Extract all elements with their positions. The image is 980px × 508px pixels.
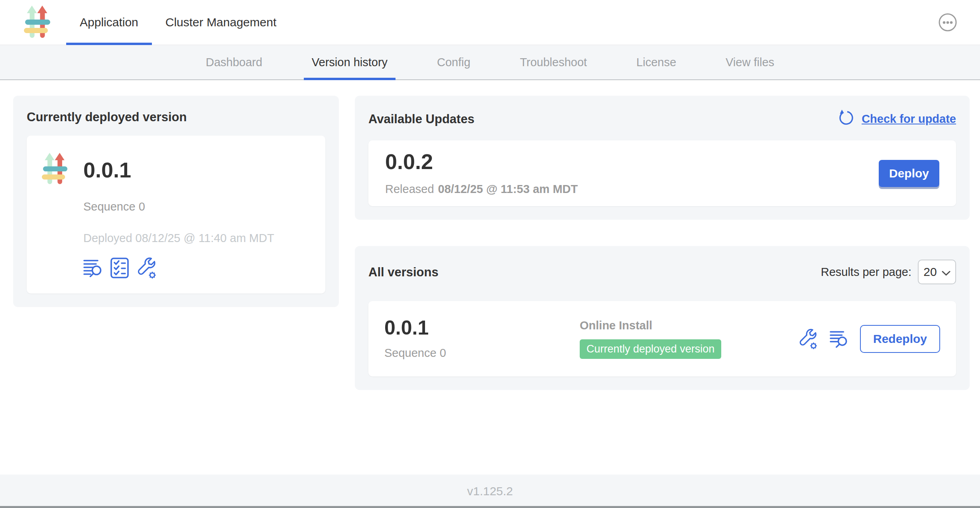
subnav-tab-view-files-label: View files xyxy=(726,56,774,69)
available-updates-panel: Available Updates Check for update 0.0.2 xyxy=(355,96,970,220)
deploy-button[interactable]: Deploy xyxy=(879,160,939,187)
results-per-page-label: Results per page: xyxy=(821,266,911,279)
app-logo-icon xyxy=(24,5,50,39)
subnav-tab-version-history[interactable]: Version history xyxy=(304,45,396,79)
view-diff-button[interactable] xyxy=(83,259,103,277)
tab-application-label: Application xyxy=(80,16,138,29)
edit-config-icon xyxy=(136,274,157,280)
view-diff-icon xyxy=(830,343,849,349)
app-header: Application Cluster Management xyxy=(0,0,980,45)
main-content: Currently deployed version 0.0.1 Sequenc… xyxy=(0,80,980,475)
results-per-page-value: 20 xyxy=(923,265,937,279)
released-prefix: Released xyxy=(385,183,434,195)
subnav-tab-troubleshoot-label: Troubleshoot xyxy=(520,56,587,69)
console-build-version: v1.125.2 xyxy=(467,484,513,498)
subnav-tab-dashboard[interactable]: Dashboard xyxy=(198,45,270,79)
app-subnav: Dashboard Version history Config Trouble… xyxy=(0,45,980,80)
tab-cluster-management-label: Cluster Management xyxy=(165,16,276,29)
check-for-update-label: Check for update xyxy=(862,112,956,126)
update-version-number: 0.0.2 xyxy=(385,151,578,172)
deployed-version-actions xyxy=(83,257,310,279)
released-timestamp: 08/12/25 @ 11:53 am MDT xyxy=(438,183,578,195)
ellipsis-menu-button[interactable] xyxy=(938,12,958,32)
app-icon xyxy=(42,152,67,187)
version-row: 0.0.1 Sequence 0 Online Install Currentl… xyxy=(368,301,956,376)
check-for-update-link[interactable]: Check for update xyxy=(838,109,956,128)
tab-application[interactable]: Application xyxy=(66,0,152,45)
subnav-tab-dashboard-label: Dashboard xyxy=(206,56,262,69)
ellipsis-menu-icon xyxy=(938,28,958,33)
deployed-version-number: 0.0.1 xyxy=(83,159,131,181)
update-released-label: Released08/12/25 @ 11:53 am MDT xyxy=(385,183,578,196)
refresh-icon xyxy=(838,109,856,128)
chevron-down-icon xyxy=(942,265,950,279)
available-updates-title: Available Updates xyxy=(368,112,474,126)
results-per-page: Results per page: 20 xyxy=(821,260,956,284)
all-versions-title: All versions xyxy=(368,265,439,280)
subnav-tab-license[interactable]: License xyxy=(628,45,684,79)
currently-deployed-badge: Currently deployed version xyxy=(580,339,721,359)
edit-config-icon xyxy=(798,345,819,351)
subnav-tab-view-files[interactable]: View files xyxy=(718,45,782,79)
row-version-number: 0.0.1 xyxy=(384,318,580,338)
app-footer: v1.125.2 xyxy=(0,475,980,508)
subnav-tab-troubleshoot[interactable]: Troubleshoot xyxy=(512,45,595,79)
row-edit-config-button[interactable] xyxy=(798,328,819,350)
version-row-actions: Redeploy xyxy=(798,325,940,353)
currently-deployed-panel: Currently deployed version 0.0.1 Sequenc… xyxy=(13,96,339,307)
row-install-type: Online Install xyxy=(580,319,798,332)
all-versions-panel: All versions Results per page: 20 xyxy=(355,246,970,390)
row-view-diff-button[interactable] xyxy=(830,330,849,348)
deployed-sequence-label: Sequence 0 xyxy=(83,200,310,213)
tab-cluster-management[interactable]: Cluster Management xyxy=(152,0,290,45)
deployed-version-card: 0.0.1 Sequence 0 Deployed 08/12/25 @ 11:… xyxy=(27,136,325,293)
preflight-checks-icon xyxy=(110,274,129,280)
preflight-checks-button[interactable] xyxy=(110,258,129,278)
edit-config-button[interactable] xyxy=(136,257,157,279)
subnav-tab-version-history-label: Version history xyxy=(312,56,388,69)
row-sequence-label: Sequence 0 xyxy=(384,347,580,360)
currently-deployed-title: Currently deployed version xyxy=(27,110,325,124)
results-per-page-select[interactable]: 20 xyxy=(918,260,956,284)
subnav-tab-config[interactable]: Config xyxy=(429,45,478,79)
view-diff-icon xyxy=(83,272,103,278)
header-tabs: Application Cluster Management xyxy=(66,0,290,45)
available-update-card: 0.0.2 Released08/12/25 @ 11:53 am MDT De… xyxy=(368,140,956,206)
deployed-timestamp-label: Deployed 08/12/25 @ 11:40 am MDT xyxy=(83,232,310,245)
redeploy-button[interactable]: Redeploy xyxy=(860,325,940,353)
subnav-tab-config-label: Config xyxy=(437,56,470,69)
subnav-tab-license-label: License xyxy=(636,56,676,69)
